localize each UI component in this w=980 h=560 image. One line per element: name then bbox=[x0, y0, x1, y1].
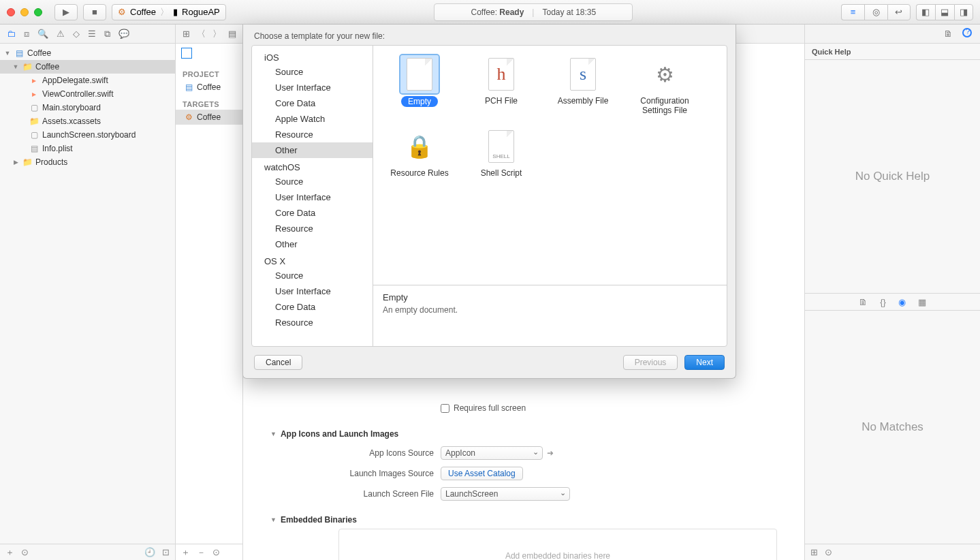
standard-editor-button[interactable]: ≡ bbox=[841, 4, 864, 20]
navigator-tabs: 🗀 ⧈ 🔍 ⚠ ◇ ☰ ⧉ 💬 bbox=[0, 25, 176, 43]
category-item[interactable]: Source bbox=[252, 268, 373, 283]
category-item[interactable]: Other bbox=[252, 236, 373, 252]
outline-toggle-icon[interactable] bbox=[181, 48, 192, 59]
file-template-library-icon[interactable]: 🗎 bbox=[859, 297, 868, 307]
target-item[interactable]: ⚙Coffee bbox=[176, 110, 242, 125]
toggle-debug-button[interactable]: ⬓ bbox=[935, 4, 954, 20]
media-library-icon[interactable]: ▦ bbox=[918, 297, 926, 307]
symbol-navigator-icon[interactable]: ⧈ bbox=[24, 29, 29, 40]
panel-toggle-group: ◧ ⬓ ◨ bbox=[916, 4, 973, 20]
scheme-selector[interactable]: ⚙ Coffee 〉 ▮ RogueAP bbox=[112, 4, 226, 20]
category-item[interactable]: Apple Watch bbox=[252, 111, 373, 127]
category-platform-watchos: watchOS bbox=[252, 158, 373, 174]
cancel-button[interactable]: Cancel bbox=[254, 355, 302, 370]
tree-file-row[interactable]: ▢Main.storyboard bbox=[0, 101, 175, 114]
template-shell-script[interactable]: SHELL Shell Script bbox=[460, 123, 542, 196]
zoom-window-button[interactable] bbox=[34, 8, 42, 16]
path-item-icon[interactable]: ▤ bbox=[228, 29, 236, 39]
object-library-icon[interactable]: ◉ bbox=[898, 297, 906, 307]
close-window-button[interactable] bbox=[7, 8, 15, 16]
disclosure-icon[interactable]: ▼ bbox=[12, 63, 19, 70]
disclosure-icon[interactable]: ▼ bbox=[4, 50, 11, 57]
add-button[interactable]: ＋ bbox=[5, 546, 14, 559]
find-navigator-icon[interactable]: 🔍 bbox=[37, 29, 48, 39]
main-toolbar: ▶ ■ ⚙ Coffee 〉 ▮ RogueAP Coffee: Ready |… bbox=[0, 0, 980, 25]
forward-button[interactable]: 〉 bbox=[212, 28, 221, 40]
template-category-list[interactable]: iOS Source User Interface Core Data Appl… bbox=[252, 46, 373, 346]
clock-icon[interactable]: 🕘 bbox=[144, 547, 155, 557]
assets-icon: 📁 bbox=[29, 116, 39, 127]
category-item[interactable]: User Interface bbox=[252, 80, 373, 95]
app-icons-source-dropdown[interactable]: AppIcon bbox=[441, 446, 543, 460]
disclosure-icon[interactable]: ▶ bbox=[12, 159, 19, 166]
file-tree[interactable]: ▼ ▤ Coffee ▼ 📁 Coffee ▸AppDelegate.swift… bbox=[0, 44, 175, 544]
gear-icon: ⚙ bbox=[646, 55, 684, 93]
template-resource-rules[interactable]: 🔒 Resource Rules bbox=[379, 123, 460, 196]
test-navigator-icon[interactable]: ◇ bbox=[73, 29, 80, 39]
tree-file-row[interactable]: ▢LaunchScreen.storyboard bbox=[0, 128, 175, 142]
category-item[interactable]: Source bbox=[252, 64, 373, 80]
template-pch[interactable]: h PCH File bbox=[460, 51, 542, 123]
next-button[interactable]: Next bbox=[684, 355, 725, 370]
tree-file-row[interactable]: ▤Info.plist bbox=[0, 142, 175, 155]
folder-icon: 📁 bbox=[22, 61, 33, 72]
project-icon: ▤ bbox=[14, 48, 25, 59]
report-navigator-icon[interactable]: 💬 bbox=[118, 29, 129, 39]
template-empty[interactable]: Empty bbox=[379, 51, 460, 123]
category-item[interactable]: Resource bbox=[252, 127, 373, 142]
category-item-selected[interactable]: Other bbox=[252, 142, 373, 158]
back-button[interactable]: 〈 bbox=[197, 28, 206, 40]
use-asset-catalog-button[interactable]: Use Asset Catalog bbox=[441, 467, 523, 480]
breakpoint-navigator-icon[interactable]: ⧉ bbox=[104, 29, 110, 40]
tree-group-row[interactable]: ▼ 📁 Coffee bbox=[0, 60, 175, 74]
embedded-binaries-dropzone[interactable]: Add embedded binaries here bbox=[338, 529, 777, 560]
category-item[interactable]: Resource bbox=[252, 221, 373, 236]
category-item[interactable]: Source bbox=[252, 174, 373, 189]
scheme-app-label: Coffee bbox=[130, 7, 156, 17]
code-snippet-library-icon[interactable]: {} bbox=[880, 297, 886, 307]
tree-file-row[interactable]: 📁Assets.xcassets bbox=[0, 114, 175, 128]
quick-help-inspector-icon[interactable]: ? bbox=[962, 28, 972, 40]
add-target-button[interactable]: ＋ bbox=[181, 546, 190, 559]
requires-fullscreen-checkbox[interactable] bbox=[441, 404, 449, 413]
library-filter-icon[interactable]: ⊙ bbox=[825, 547, 832, 557]
navigator-footer: ＋ ⊙ 🕘 ⊡ bbox=[0, 544, 175, 560]
toggle-navigator-button[interactable]: ◧ bbox=[916, 4, 935, 20]
category-item[interactable]: User Interface bbox=[252, 189, 373, 205]
category-item[interactable]: Core Data bbox=[252, 299, 373, 315]
category-item[interactable]: Core Data bbox=[252, 95, 373, 111]
run-button[interactable]: ▶ bbox=[54, 4, 78, 20]
disclosure-icon[interactable]: ▼ bbox=[270, 516, 276, 523]
assistant-editor-button[interactable]: ◎ bbox=[864, 4, 887, 20]
category-item[interactable]: Core Data bbox=[252, 205, 373, 221]
related-items-icon[interactable]: ⊞ bbox=[183, 29, 190, 39]
project-item[interactable]: ▤Coffee bbox=[176, 80, 242, 95]
project-navigator-icon[interactable]: 🗀 bbox=[7, 29, 16, 39]
minimize-window-button[interactable] bbox=[20, 8, 29, 16]
previous-button[interactable]: Previous bbox=[623, 355, 678, 370]
tree-file-row[interactable]: ▸AppDelegate.swift bbox=[0, 74, 175, 87]
issue-navigator-icon[interactable]: ⚠ bbox=[57, 29, 65, 39]
template-grid[interactable]: Empty h PCH File s Assembly File ⚙ Confi… bbox=[373, 46, 727, 285]
stop-button[interactable]: ■ bbox=[83, 4, 106, 20]
toggle-inspector-button[interactable]: ◨ bbox=[954, 4, 973, 20]
tree-project-row[interactable]: ▼ ▤ Coffee bbox=[0, 46, 175, 60]
category-item[interactable]: Resource bbox=[252, 315, 373, 330]
file-inspector-icon[interactable]: 🗎 bbox=[944, 29, 953, 39]
project-icon: ▤ bbox=[185, 82, 193, 92]
filter-icon[interactable]: ⊙ bbox=[21, 547, 29, 557]
tree-file-row[interactable]: ▸ViewController.swift bbox=[0, 87, 175, 101]
disclosure-icon[interactable]: ▼ bbox=[270, 431, 276, 437]
category-item[interactable]: User Interface bbox=[252, 283, 373, 299]
remove-target-button[interactable]: － bbox=[197, 546, 206, 559]
launch-screen-dropdown[interactable]: LaunchScreen bbox=[441, 487, 570, 501]
debug-navigator-icon[interactable]: ☰ bbox=[88, 29, 96, 39]
goto-icon[interactable]: ➜ bbox=[547, 448, 554, 458]
filter-icon[interactable]: ⊙ bbox=[212, 547, 220, 557]
library-view-mode-icon[interactable]: ⊞ bbox=[810, 547, 818, 557]
version-editor-button[interactable]: ↩ bbox=[887, 4, 911, 20]
template-assembly[interactable]: s Assembly File bbox=[542, 51, 624, 123]
template-config-settings[interactable]: ⚙ Configuration Settings File bbox=[624, 51, 706, 123]
scm-icon[interactable]: ⊡ bbox=[162, 547, 170, 557]
tree-products-row[interactable]: ▶ 📁 Products bbox=[0, 155, 175, 169]
